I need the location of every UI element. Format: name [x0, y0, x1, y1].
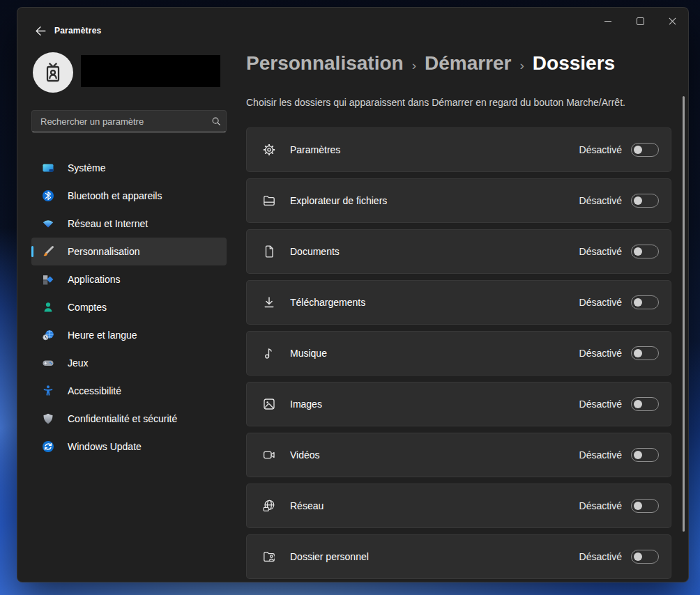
row-dossier-personnel: Dossier personnel Désactivé — [246, 534, 671, 579]
contact-badge-icon — [42, 61, 64, 84]
avatar — [33, 52, 73, 93]
wifi-icon — [41, 217, 55, 231]
folder-icon — [261, 194, 277, 208]
selected-indicator — [31, 246, 33, 257]
sidebar-item-label: Jeux — [68, 357, 89, 369]
toggle-switch[interactable] — [631, 448, 659, 462]
row-videos: Vidéos Désactivé — [246, 433, 671, 477]
update-arrows-icon — [41, 440, 55, 454]
personal-folder-icon — [261, 550, 277, 564]
toggle-status-label: Désactivé — [579, 399, 622, 410]
image-icon — [261, 397, 277, 411]
sidebar-item-confidentialite[interactable]: Confidentialité et sécurité — [31, 405, 227, 433]
sidebar-item-label: Heure et langue — [68, 330, 137, 341]
row-label: Réseau — [290, 500, 324, 511]
gear-icon — [261, 143, 277, 157]
sidebar-item-label: Comptes — [68, 302, 107, 313]
breadcrumb-separator: › — [412, 58, 416, 73]
document-icon — [261, 245, 277, 258]
toggle-status-label: Désactivé — [579, 551, 622, 562]
breadcrumb-separator: › — [519, 58, 524, 73]
row-label: Téléchargements — [290, 297, 365, 308]
row-label: Paramètres — [290, 144, 340, 155]
toggle-switch[interactable] — [631, 194, 659, 208]
accessibility-icon — [41, 384, 55, 398]
toggle-status-label: Désactivé — [579, 348, 622, 359]
row-musique: Musique Désactivé — [246, 331, 671, 376]
row-documents: Documents Désactivé — [246, 229, 671, 274]
user-account-area[interactable] — [33, 52, 228, 93]
toggle-knob — [634, 298, 642, 307]
maximize-icon — [637, 17, 644, 25]
user-name-redacted — [81, 55, 220, 87]
row-label: Musique — [290, 348, 327, 359]
toggle-knob — [634, 349, 642, 357]
sidebar-item-accessibilite[interactable]: Accessibilité — [31, 377, 227, 405]
toggle-switch[interactable] — [631, 143, 659, 157]
sidebar-item-reseau-internet[interactable]: Réseau et Internet — [31, 210, 227, 238]
sidebar-item-jeux[interactable]: Jeux — [31, 349, 227, 377]
sidebar-item-windows-update[interactable]: Windows Update — [31, 433, 227, 461]
row-label: Images — [290, 399, 322, 410]
close-button[interactable] — [656, 8, 688, 34]
music-note-icon — [261, 346, 277, 360]
scrollbar[interactable] — [683, 96, 685, 532]
back-arrow-icon — [35, 26, 47, 36]
paintbrush-icon — [41, 245, 55, 258]
toggle-status-label: Désactivé — [579, 297, 622, 308]
row-reseau: Réseau Désactivé — [246, 484, 671, 528]
minimize-button[interactable] — [592, 8, 624, 34]
row-parametres: Paramètres Désactivé — [246, 128, 671, 172]
app-title: Paramètres — [54, 26, 101, 36]
sidebar-item-heure-langue[interactable]: Heure et langue — [31, 321, 227, 349]
breadcrumb-personnalisation[interactable]: Personnalisation — [246, 52, 404, 75]
toggle-switch[interactable] — [631, 499, 659, 513]
toggle-knob — [634, 196, 642, 205]
sidebar-item-applications[interactable]: Applications — [31, 265, 227, 293]
row-explorateur-de-fichiers: Explorateur de fichiers Désactivé — [246, 178, 671, 223]
sidebar-item-label: Applications — [68, 274, 121, 285]
sidebar-item-label: Réseau et Internet — [68, 218, 148, 229]
toggle-switch[interactable] — [631, 550, 659, 564]
toggle-status-label: Désactivé — [579, 195, 622, 206]
search-box — [31, 110, 227, 132]
row-label: Dossier personnel — [290, 551, 369, 562]
download-icon — [261, 295, 277, 309]
toggle-status-label: Désactivé — [579, 449, 622, 461]
toggle-knob — [634, 552, 642, 561]
breadcrumb-dossiers: Dossiers — [533, 52, 615, 75]
back-button[interactable] — [30, 23, 51, 38]
window-controls — [592, 8, 688, 34]
sidebar-item-label: Personnalisation — [68, 246, 140, 257]
sidebar-item-label: Bluetooth et appareils — [68, 190, 162, 201]
toggle-knob — [634, 247, 642, 256]
sidebar-item-bluetooth[interactable]: Bluetooth et appareils — [31, 182, 227, 210]
video-camera-icon — [261, 448, 277, 462]
sidebar-item-systeme[interactable]: Système — [31, 154, 227, 182]
network-globe-icon — [261, 499, 277, 513]
toggle-switch[interactable] — [631, 295, 659, 309]
toggle-status-label: Désactivé — [579, 144, 622, 155]
settings-window: Paramètres Système — [17, 7, 689, 582]
shield-icon — [41, 412, 55, 426]
gamepad-icon — [41, 356, 55, 370]
bluetooth-icon — [41, 189, 55, 203]
toggle-knob — [634, 146, 642, 154]
sidebar-item-label: Confidentialité et sécurité — [68, 413, 177, 424]
close-icon — [669, 17, 676, 25]
row-label: Vidéos — [290, 449, 320, 461]
sidebar-item-comptes[interactable]: Comptes — [31, 293, 227, 321]
row-label: Explorateur de fichiers — [290, 195, 387, 206]
search-input[interactable] — [32, 116, 206, 127]
maximize-button[interactable] — [624, 8, 656, 34]
toggle-switch[interactable] — [631, 397, 659, 411]
toggle-switch[interactable] — [631, 346, 659, 360]
breadcrumb-demarrer[interactable]: Démarrer — [425, 52, 512, 75]
folder-settings-list: Paramètres Désactivé Explorateur de fich… — [246, 128, 671, 582]
sidebar-item-label: Accessibilité — [68, 385, 121, 396]
sidebar-item-personnalisation[interactable]: Personnalisation — [31, 238, 227, 265]
toggle-status-label: Désactivé — [579, 500, 622, 511]
system-icon — [41, 161, 55, 175]
breadcrumb: Personnalisation › Démarrer › Dossiers — [246, 52, 615, 75]
toggle-switch[interactable] — [631, 245, 659, 258]
